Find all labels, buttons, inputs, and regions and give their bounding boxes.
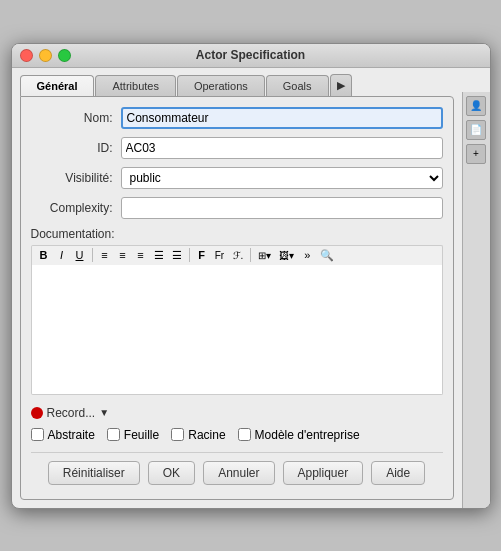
window-title: Actor Specification — [196, 48, 305, 62]
ok-button[interactable]: OK — [148, 461, 195, 485]
sidebar-right: 👤 📄 + — [462, 92, 490, 508]
nom-label: Nom: — [31, 111, 121, 125]
documentation-label: Documentation: — [31, 227, 443, 241]
table-button[interactable]: ⊞▾ — [255, 249, 274, 262]
titlebar: Actor Specification — [12, 44, 490, 68]
doc-toolbar: B I U ≡ ≡ ≡ ☰ ☰ F Fr ℱ. ⊞▾ — [31, 245, 443, 265]
image-button[interactable]: 🖼▾ — [276, 249, 297, 262]
tab-content-general: Nom: ID: Visibilité: public private prot… — [20, 96, 454, 500]
italic-button[interactable]: I — [54, 248, 70, 262]
record-row: Record... ▼ — [31, 406, 443, 420]
id-label: ID: — [31, 141, 121, 155]
nom-input[interactable] — [121, 107, 443, 129]
record-dot — [31, 407, 43, 419]
tab-general[interactable]: Général — [20, 75, 95, 96]
maximize-button[interactable] — [58, 49, 71, 62]
checkbox-abstraite[interactable]: Abstraite — [31, 428, 95, 442]
record-label[interactable]: Record... — [47, 406, 96, 420]
tab-bar: Général Attributes Operations Goals ▶ — [20, 68, 454, 96]
visibilite-select[interactable]: public private protected — [121, 167, 443, 189]
visibilite-label: Visibilité: — [31, 171, 121, 185]
separator3 — [250, 248, 251, 262]
align-left-button[interactable]: ≡ — [97, 248, 113, 262]
appliquer-button[interactable]: Appliquer — [283, 461, 364, 485]
separator1 — [92, 248, 93, 262]
font-size-button[interactable]: Fr — [212, 249, 228, 262]
id-row: ID: — [31, 137, 443, 159]
modele-checkbox[interactable] — [238, 428, 251, 441]
tab-more[interactable]: ▶ — [330, 74, 352, 96]
visibilite-row: Visibilité: public private protected — [31, 167, 443, 189]
documentation-section: Documentation: B I U ≡ ≡ ≡ ☰ ☰ F Fr — [31, 227, 443, 398]
window-controls — [20, 49, 71, 62]
complexity-label: Complexity: — [31, 201, 121, 215]
special-font-button[interactable]: ℱ. — [230, 249, 247, 262]
nom-row: Nom: — [31, 107, 443, 129]
sidebar-document-icon[interactable]: 📄 — [466, 120, 486, 140]
align-right-button[interactable]: ≡ — [133, 248, 149, 262]
list-ul-button[interactable]: ☰ — [151, 248, 167, 263]
record-arrow[interactable]: ▼ — [99, 407, 109, 418]
separator2 — [189, 248, 190, 262]
align-center-button[interactable]: ≡ — [115, 248, 131, 262]
complexity-row: Complexity: — [31, 197, 443, 219]
close-button[interactable] — [20, 49, 33, 62]
reinitialiser-button[interactable]: Réinitialiser — [48, 461, 140, 485]
checkbox-feuille[interactable]: Feuille — [107, 428, 159, 442]
sidebar-person-icon[interactable]: 👤 — [466, 96, 486, 116]
checkbox-racine[interactable]: Racine — [171, 428, 225, 442]
list-ol-button[interactable]: ☰ — [169, 248, 185, 263]
complexity-input[interactable] — [121, 197, 443, 219]
actor-specification-window: Actor Specification Général Attributes O… — [11, 43, 491, 509]
racine-checkbox[interactable] — [171, 428, 184, 441]
bold-button[interactable]: B — [36, 248, 52, 262]
underline-button[interactable]: U — [72, 248, 88, 262]
feuille-label: Feuille — [124, 428, 159, 442]
feuille-checkbox[interactable] — [107, 428, 120, 441]
id-input[interactable] — [121, 137, 443, 159]
minimize-button[interactable] — [39, 49, 52, 62]
checkboxes-row: Abstraite Feuille Racine Modèle d'entrep… — [31, 428, 443, 442]
tab-attributes[interactable]: Attributes — [95, 75, 175, 96]
font-button[interactable]: F — [194, 248, 210, 262]
annuler-button[interactable]: Annuler — [203, 461, 274, 485]
checkbox-modele[interactable]: Modèle d'entreprise — [238, 428, 360, 442]
abstraite-label: Abstraite — [48, 428, 95, 442]
action-buttons-row: Réinitialiser OK Annuler Appliquer Aide — [31, 452, 443, 489]
sidebar-plus-icon[interactable]: + — [466, 144, 486, 164]
search-doc-button[interactable]: 🔍 — [317, 248, 337, 263]
racine-label: Racine — [188, 428, 225, 442]
aide-button[interactable]: Aide — [371, 461, 425, 485]
documentation-textarea[interactable] — [31, 265, 443, 395]
tab-goals[interactable]: Goals — [266, 75, 329, 96]
abstraite-checkbox[interactable] — [31, 428, 44, 441]
quote-button[interactable]: » — [299, 248, 315, 262]
tab-operations[interactable]: Operations — [177, 75, 265, 96]
modele-label: Modèle d'entreprise — [255, 428, 360, 442]
